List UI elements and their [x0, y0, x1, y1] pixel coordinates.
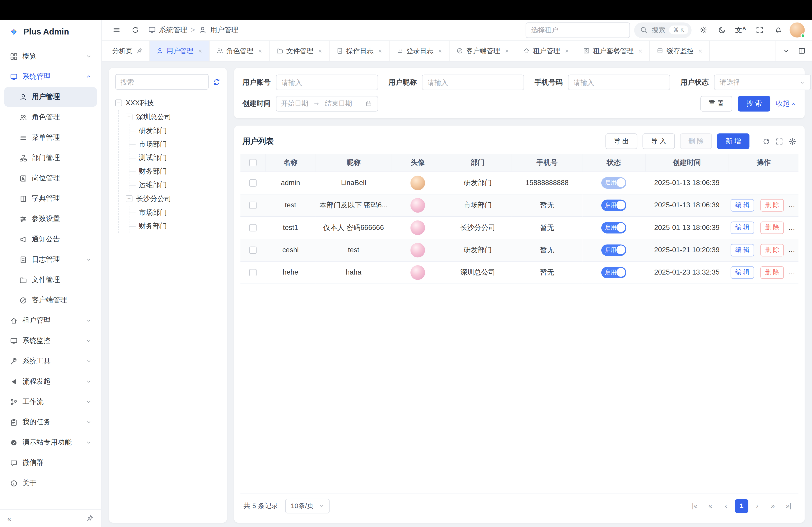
tree-refresh-icon[interactable]: [213, 78, 221, 86]
close-icon[interactable]: [564, 48, 569, 54]
last-page-button[interactable]: »|: [782, 499, 795, 513]
tree-node-root[interactable]: − XXX科技: [115, 96, 221, 110]
refresh-page-icon[interactable]: [128, 23, 142, 37]
sidebar-item-my-tasks[interactable]: 我的任务: [4, 412, 97, 432]
tabs-layout-icon[interactable]: [794, 44, 809, 58]
tab-cache-monitor[interactable]: 缓存监控: [650, 41, 710, 61]
sidebar-item-user-management[interactable]: 用户管理: [4, 87, 97, 107]
tree-node-branch[interactable]: − 长沙分公司: [126, 192, 221, 206]
sidebar-item-overview[interactable]: 概览: [4, 46, 97, 66]
tab-file-management[interactable]: 文件管理: [270, 41, 330, 61]
collapse-sidebar-button[interactable]: «: [7, 514, 11, 523]
fullscreen-icon[interactable]: [752, 23, 767, 37]
row-checkbox[interactable]: [249, 269, 257, 276]
sidebar-item-log-management[interactable]: 日志管理: [4, 250, 97, 270]
tree-node-leaf[interactable]: 市场部门: [129, 137, 221, 151]
tree-node-leaf[interactable]: 研发部门: [129, 124, 221, 137]
add-button[interactable]: 新 增: [717, 133, 749, 149]
page-number-button[interactable]: 1: [735, 499, 749, 513]
delete-button[interactable]: 删 除: [680, 133, 712, 149]
sidebar-item-parameter-settings[interactable]: 参数设置: [4, 209, 97, 229]
close-icon[interactable]: [638, 48, 643, 54]
user-avatar[interactable]: [410, 243, 425, 257]
tree-node-leaf[interactable]: 财务部门: [129, 165, 221, 178]
tree-collapse-icon[interactable]: −: [126, 114, 132, 120]
tree-node-branch[interactable]: − 深圳总公司: [126, 110, 221, 124]
delete-row-button[interactable]: 删 除: [760, 244, 784, 256]
date-range-picker[interactable]: 开始日期 结束日期: [276, 96, 378, 111]
sidebar-item-about[interactable]: 关于: [4, 473, 97, 493]
user-avatar[interactable]: [410, 198, 425, 212]
close-icon[interactable]: [438, 48, 443, 54]
more-button[interactable]: 更多: [790, 201, 798, 209]
close-icon[interactable]: [698, 48, 703, 54]
select-all-checkbox[interactable]: [249, 159, 257, 166]
breadcrumb-item[interactable]: 系统管理: [159, 25, 187, 35]
sidebar-item-dictionary-management[interactable]: 字典管理: [4, 189, 97, 209]
tree-node-leaf[interactable]: 市场部门: [129, 206, 221, 219]
close-icon[interactable]: [318, 48, 323, 54]
sidebar-item-workflow[interactable]: 工作流: [4, 392, 97, 412]
close-icon[interactable]: [258, 48, 263, 54]
tab-analysis[interactable]: 分析页: [106, 41, 149, 61]
global-search-button[interactable]: 搜索 ⌘ K: [634, 22, 692, 37]
prev-page-button[interactable]: ‹: [719, 499, 733, 513]
account-input[interactable]: [276, 75, 378, 90]
import-button[interactable]: 导 入: [643, 133, 675, 149]
sidebar-item-system-monitor[interactable]: 系统监控: [4, 331, 97, 351]
column-settings-icon[interactable]: [788, 137, 796, 145]
user-avatar[interactable]: [410, 220, 425, 235]
pin-icon[interactable]: [135, 47, 143, 54]
more-button[interactable]: 更多: [790, 246, 798, 254]
tabs-dropdown-icon[interactable]: [779, 44, 793, 58]
status-toggle[interactable]: 启用: [601, 199, 626, 211]
close-icon[interactable]: [198, 48, 203, 54]
status-toggle[interactable]: 启用: [601, 177, 626, 189]
sidebar-item-wechat-group[interactable]: 微信群: [4, 453, 97, 473]
edit-button[interactable]: 编 辑: [730, 199, 754, 211]
tree-node-leaf[interactable]: 测试部门: [129, 151, 221, 165]
user-avatar[interactable]: [410, 265, 425, 280]
close-icon[interactable]: [378, 48, 383, 54]
delete-row-button[interactable]: 删 除: [760, 199, 784, 211]
nickname-input[interactable]: [422, 75, 524, 90]
edit-button[interactable]: 编 辑: [730, 244, 754, 256]
edit-button[interactable]: 编 辑: [730, 266, 754, 278]
sidebar-item-demo-features[interactable]: 演示站专用功能: [4, 433, 97, 452]
tab-operation-log[interactable]: 操作日志: [330, 41, 390, 61]
tab-tenant-package-management[interactable]: 租户套餐管理: [576, 41, 650, 61]
sidebar-item-role-management[interactable]: 角色管理: [4, 107, 97, 127]
sidebar-item-notice-announcement[interactable]: 通知公告: [4, 229, 97, 249]
tenant-select-input[interactable]: [525, 22, 630, 37]
tab-tenant-management[interactable]: 租户管理: [516, 41, 576, 61]
status-toggle[interactable]: 启用: [601, 244, 626, 256]
close-icon[interactable]: [504, 48, 509, 54]
delete-row-button[interactable]: 删 除: [760, 221, 784, 234]
status-toggle[interactable]: 启用: [601, 222, 626, 233]
tree-node-leaf[interactable]: 财务部门: [129, 219, 221, 233]
next-group-button[interactable]: »: [766, 499, 780, 513]
sidebar-item-department-management[interactable]: 部门管理: [4, 148, 97, 168]
row-checkbox[interactable]: [249, 179, 257, 187]
tree-collapse-icon[interactable]: −: [115, 100, 122, 106]
reset-button[interactable]: 重 置: [700, 96, 733, 111]
edit-button[interactable]: 编 辑: [730, 221, 754, 234]
tree-collapse-icon[interactable]: −: [126, 195, 132, 202]
sidebar-item-tenant-management[interactable]: 租户管理: [4, 311, 97, 330]
refresh-table-icon[interactable]: [763, 137, 770, 145]
notifications-bell-icon[interactable]: [771, 23, 785, 37]
sidebar-item-file-management[interactable]: 文件管理: [4, 270, 97, 290]
sidebar-item-system-management[interactable]: 系统管理: [4, 67, 97, 87]
search-button[interactable]: 搜 索: [738, 96, 770, 111]
collapse-filter-link[interactable]: 收起: [776, 99, 796, 108]
menu-toggle-icon[interactable]: [109, 23, 124, 37]
sidebar-item-post-management[interactable]: 岗位管理: [4, 168, 97, 188]
dark-mode-moon-icon[interactable]: [714, 23, 729, 37]
fullscreen-table-icon[interactable]: [775, 137, 783, 145]
pin-sidebar-icon[interactable]: [86, 514, 94, 523]
prev-group-button[interactable]: «: [704, 499, 717, 513]
export-button[interactable]: 导 出: [605, 133, 637, 149]
first-page-button[interactable]: |«: [688, 499, 701, 513]
sidebar-item-client-management[interactable]: 客户端管理: [4, 290, 97, 310]
more-button[interactable]: 更多: [790, 223, 798, 231]
